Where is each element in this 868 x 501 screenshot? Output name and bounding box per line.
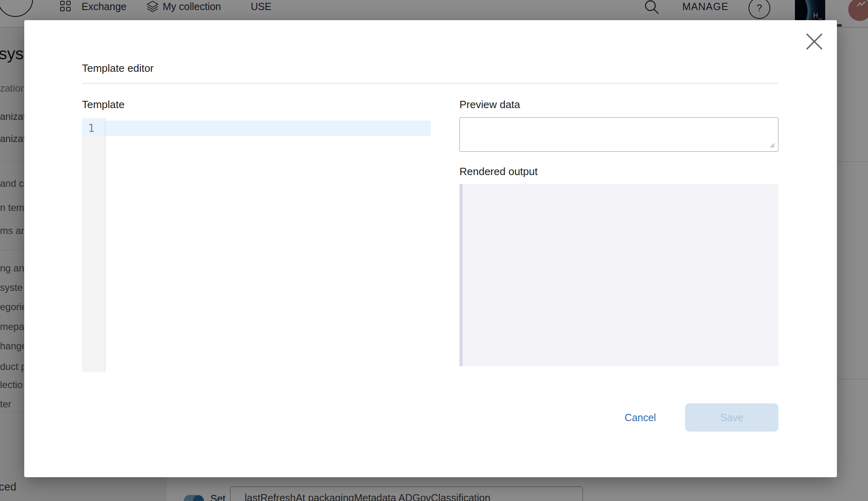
template-code-editor[interactable]: 1 (82, 118, 431, 372)
rendered-output-accent-bar (459, 184, 463, 366)
editor-active-line (82, 121, 431, 136)
save-button[interactable]: Save (685, 403, 778, 432)
preview-data-input[interactable] (459, 117, 778, 152)
rendered-output-panel (459, 184, 778, 366)
editor-line-number: 1 (82, 122, 94, 134)
dialog-title: Template editor (82, 62, 154, 75)
close-icon[interactable] (805, 32, 824, 51)
template-label: Template (82, 98, 125, 111)
rendered-output-label: Rendered output (459, 165, 538, 178)
editor-gutter (82, 118, 105, 372)
editor-gutter-border (105, 118, 105, 372)
title-divider (82, 83, 778, 84)
preview-data-label: Preview data (459, 98, 520, 111)
template-editor-dialog: Template editor Template Preview data 1 … (24, 20, 837, 477)
cancel-button[interactable]: Cancel (608, 411, 673, 424)
